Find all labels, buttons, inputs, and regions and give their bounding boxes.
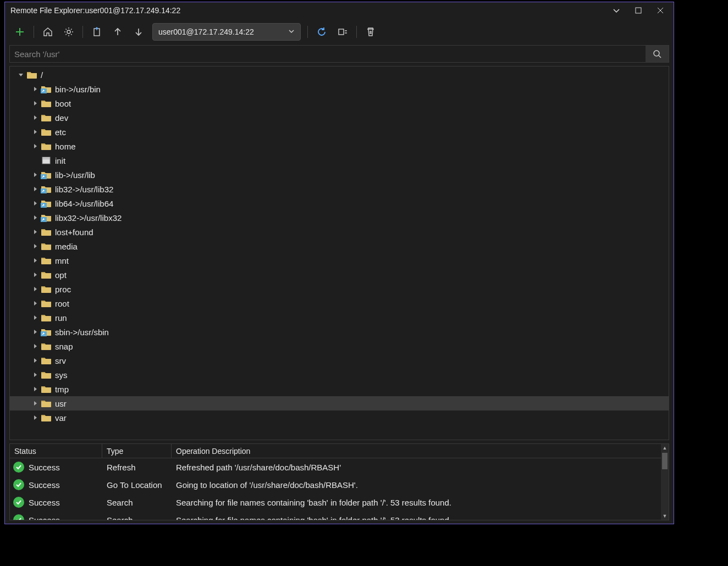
folder-icon	[41, 285, 52, 293]
expander-collapsed-icon[interactable]	[32, 100, 38, 107]
tree-item[interactable]: srv	[10, 353, 669, 368]
refresh-button[interactable]	[311, 22, 332, 42]
tree-item[interactable]: mnt	[10, 253, 669, 268]
window-title: Remote File Explorer:user001@172.17.249.…	[10, 6, 605, 15]
terminal-icon	[337, 26, 348, 37]
delete-button[interactable]	[360, 22, 381, 42]
tree-item[interactable]: root	[10, 296, 669, 310]
expander-collapsed-icon[interactable]	[32, 271, 38, 278]
tree-item[interactable]: sbin->/usr/sbin	[10, 325, 669, 339]
tree-item[interactable]: bin->/usr/bin	[10, 82, 669, 96]
tree-item[interactable]: lib->/usr/lib	[10, 168, 669, 182]
tree-item[interactable]: boot	[10, 96, 669, 110]
svg-marker-43	[34, 415, 37, 420]
search-button[interactable]	[646, 46, 669, 62]
svg-marker-32	[34, 273, 37, 277]
header-description[interactable]: Operation Description	[172, 444, 669, 458]
status-row[interactable]: SuccessRefreshRefreshed path '/usr/share…	[10, 458, 669, 476]
scrollbar[interactable]: ▲ ▼	[661, 444, 669, 520]
expander-collapsed-icon[interactable]	[32, 329, 38, 335]
address-dropdown[interactable]: user001@172.17.249.14:22	[152, 23, 301, 41]
expander-collapsed-icon[interactable]	[32, 257, 38, 264]
scroll-up-icon[interactable]: ▲	[661, 444, 669, 452]
expander-collapsed-icon[interactable]	[32, 300, 38, 307]
header-type[interactable]: Type	[102, 444, 172, 458]
expander-collapsed-icon[interactable]	[32, 86, 38, 92]
tree-item[interactable]: etc	[10, 125, 669, 139]
upload-button[interactable]	[107, 22, 128, 42]
status-text: Success	[29, 515, 60, 520]
new-button[interactable]	[9, 22, 30, 42]
status-row[interactable]: SuccessSearchSearching for file names co…	[10, 511, 669, 520]
tree-item-label: init	[55, 156, 65, 165]
minimize-button[interactable]	[605, 3, 627, 18]
status-row[interactable]: SuccessSearchSearching for file names co…	[10, 493, 669, 511]
expander-collapsed-icon[interactable]	[32, 143, 38, 149]
svg-rect-9	[339, 29, 344, 35]
home-button[interactable]	[37, 22, 58, 42]
expander-collapsed-icon[interactable]	[32, 414, 38, 421]
search-input[interactable]	[10, 46, 646, 62]
expander-collapsed-icon[interactable]	[32, 229, 38, 235]
expander-collapsed-icon[interactable]	[32, 400, 38, 407]
close-button[interactable]	[649, 3, 671, 18]
status-text: Success	[29, 498, 60, 507]
tree-item-root[interactable]: /	[10, 68, 669, 82]
download-button[interactable]	[128, 22, 149, 42]
folder-link-icon	[41, 199, 52, 208]
scroll-down-icon[interactable]: ▼	[661, 512, 669, 520]
settings-button[interactable]	[58, 22, 79, 42]
header-status[interactable]: Status	[10, 444, 102, 458]
svg-line-11	[659, 56, 661, 58]
tree-item-label: run	[55, 313, 67, 323]
expander-collapsed-icon[interactable]	[32, 129, 38, 135]
expander-collapsed-icon[interactable]	[32, 371, 38, 378]
expander-collapsed-icon[interactable]	[32, 114, 38, 121]
maximize-button[interactable]	[627, 3, 649, 18]
tree-item[interactable]: media	[10, 239, 669, 253]
status-panel: Status Type Operation Description Succes…	[9, 443, 669, 520]
expander-collapsed-icon[interactable]	[32, 386, 38, 392]
folder-icon	[41, 270, 52, 279]
success-icon	[13, 462, 24, 473]
expander-collapsed-icon[interactable]	[32, 357, 38, 364]
tree-item[interactable]: var	[10, 410, 669, 425]
file-tree[interactable]: /bin->/usr/binbootdevetchomeinitlib->/us…	[9, 66, 669, 440]
tree-item[interactable]: init	[10, 153, 669, 168]
tree-item[interactable]: lib64->/usr/lib64	[10, 196, 669, 210]
expander-collapsed-icon[interactable]	[32, 343, 38, 349]
file-icon	[41, 156, 52, 165]
tree-item[interactable]: usr	[10, 396, 669, 410]
expander-collapsed-icon[interactable]	[32, 243, 38, 249]
home-icon	[42, 26, 53, 37]
expander-collapsed-icon[interactable]	[32, 286, 38, 292]
scroll-thumb[interactable]	[662, 453, 668, 469]
tree-item[interactable]: lib32->/usr/lib32	[10, 182, 669, 196]
open-file-button[interactable]	[86, 22, 107, 42]
tree-item[interactable]: tmp	[10, 382, 669, 396]
svg-marker-17	[34, 130, 37, 134]
svg-rect-0	[636, 8, 641, 13]
svg-marker-13	[34, 87, 37, 91]
tree-item[interactable]: lost+found	[10, 225, 669, 239]
tree-item[interactable]: opt	[10, 268, 669, 282]
folder-icon	[41, 142, 52, 151]
tree-item[interactable]: home	[10, 139, 669, 153]
expander-expanded-icon[interactable]	[18, 71, 24, 78]
expander-collapsed-icon[interactable]	[32, 186, 38, 192]
terminal-button[interactable]	[332, 22, 353, 42]
expander-collapsed-icon[interactable]	[32, 314, 38, 321]
status-row[interactable]: SuccessGo To LocationGoing to location o…	[10, 476, 669, 493]
tree-item[interactable]: dev	[10, 110, 669, 125]
tree-item[interactable]: sys	[10, 368, 669, 382]
tree-item[interactable]: run	[10, 310, 669, 325]
svg-marker-35	[34, 315, 37, 320]
tree-item[interactable]: proc	[10, 282, 669, 296]
file-arrow-icon	[91, 26, 102, 37]
tree-item[interactable]: libx32->/usr/libx32	[10, 210, 669, 225]
expander-collapsed-icon[interactable]	[32, 200, 38, 207]
tree-item[interactable]: snap	[10, 339, 669, 353]
expander-collapsed-icon[interactable]	[32, 171, 38, 178]
expander-collapsed-icon[interactable]	[32, 214, 38, 221]
status-type: Search	[102, 498, 172, 507]
